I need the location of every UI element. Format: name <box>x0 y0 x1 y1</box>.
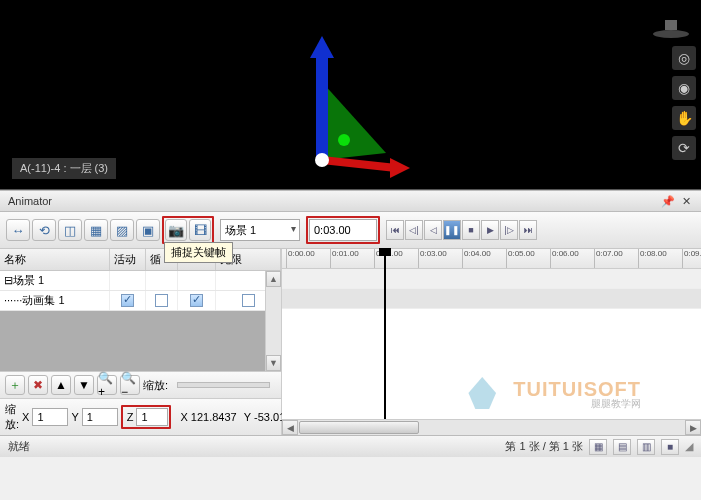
watermark-logo-icon <box>459 369 505 409</box>
viewport-label[interactable]: A(-11)-4 : 一层 (3) <box>12 158 116 179</box>
checkbox-infinite[interactable] <box>242 294 255 307</box>
pause-button[interactable]: ❚❚ <box>443 220 461 240</box>
info-y-label: Y <box>244 411 251 423</box>
pan-icon[interactable]: ✋ <box>672 106 696 130</box>
y-label: Y <box>71 411 78 423</box>
scale-y-input[interactable]: 1 <box>82 408 118 426</box>
tool-scale-button[interactable]: ◫ <box>58 219 82 241</box>
timeline-pane[interactable]: 0:00.00 0:01.00 0:02.00 0:03.00 0:04.00 … <box>282 249 701 435</box>
tree-row-animset[interactable]: ······动画集 1 <box>0 291 281 311</box>
svg-marker-0 <box>322 82 386 160</box>
tool-translate-button[interactable]: ↔ <box>6 219 30 241</box>
playback-controls: ⏮ ◁| ◁ ❚❚ ■ ▶ |▷ ⏭ <box>386 220 537 240</box>
status-text: 就绪 <box>8 439 30 454</box>
tree-scrollbar[interactable]: ▲ ▼ <box>265 271 281 371</box>
scroll-down-icon[interactable]: ▼ <box>266 355 281 371</box>
play-button[interactable]: ▶ <box>481 220 499 240</box>
scale-x-input[interactable]: 1 <box>32 408 68 426</box>
hscroll-left-icon[interactable]: ◀ <box>282 420 298 435</box>
move-down-button[interactable]: ▼ <box>74 375 94 395</box>
timeline-hscrollbar[interactable]: ◀ ▶ <box>282 419 701 435</box>
col-active[interactable]: 活动 <box>110 249 146 270</box>
zoom-out-button[interactable]: 🔍− <box>120 375 140 395</box>
svg-point-6 <box>315 153 329 167</box>
reverse-play-button[interactable]: ◁ <box>424 220 442 240</box>
status-ico-d[interactable]: ■ <box>661 439 679 455</box>
close-icon[interactable]: ✕ <box>679 194 693 208</box>
zoom-in-button[interactable]: 🔍+ <box>97 375 117 395</box>
tree-row-scene[interactable]: ⊟场景 1 <box>0 271 281 291</box>
tree-body[interactable]: ⊟场景 1 ······动画集 1 ▲ ▼ <box>0 271 281 371</box>
svg-rect-1 <box>316 52 328 160</box>
scale-footer: 缩放: X 1 Y 1 Z 1 X 121.8437 Y -53.0155 Z … <box>0 398 281 435</box>
resize-grip-icon[interactable]: ◢ <box>685 440 693 453</box>
tool-snapshot-button[interactable]: ▣ <box>136 219 160 241</box>
z-label: Z <box>124 411 137 423</box>
track-row[interactable] <box>282 269 701 289</box>
hscroll-thumb[interactable] <box>299 421 419 434</box>
orbit-icon[interactable]: ⟳ <box>672 136 696 160</box>
status-ico-c[interactable]: ▥ <box>637 439 655 455</box>
animator-toolbar: ↔ ⟲ ◫ ▦ ▨ ▣ 📷 🎞 捕捉关键帧 场景 1 0:03.00 ⏮ ◁| … <box>0 212 701 249</box>
tool-color-button[interactable]: ▦ <box>84 219 108 241</box>
status-ico-a[interactable]: ▦ <box>589 439 607 455</box>
tooltip: 捕捉关键帧 <box>164 242 233 263</box>
scene-select[interactable]: 场景 1 <box>220 219 300 241</box>
track-row[interactable] <box>282 289 701 309</box>
scale-label: 缩放: <box>5 402 19 432</box>
panel-title-text: Animator <box>8 195 52 207</box>
rewind-button[interactable]: ⏮ <box>386 220 404 240</box>
step-fwd-button[interactable]: |▷ <box>500 220 518 240</box>
time-input[interactable]: 0:03.00 <box>309 219 377 241</box>
capture-settings-button[interactable]: 🎞 <box>189 219 211 241</box>
timeline-ruler[interactable]: 0:00.00 0:01.00 0:02.00 0:03.00 0:04.00 … <box>282 249 701 269</box>
svg-marker-4 <box>390 158 410 178</box>
status-frame: 第 1 张 / 第 1 张 <box>505 439 583 454</box>
pin-icon[interactable]: 📌 <box>661 194 675 208</box>
animator-panel: Animator 📌 ✕ ↔ ⟲ ◫ ▦ ▨ ▣ 📷 🎞 捕捉关键帧 场景 1 … <box>0 190 701 435</box>
capture-keyframe-group: 📷 🎞 捕捉关键帧 <box>162 216 214 244</box>
checkbox-pp[interactable] <box>190 294 203 307</box>
hscroll-right-icon[interactable]: ▶ <box>685 420 701 435</box>
scale-z-input[interactable]: 1 <box>136 408 168 426</box>
tool-transparency-button[interactable]: ▨ <box>110 219 134 241</box>
svg-point-5 <box>338 134 350 146</box>
playhead-handle-icon[interactable] <box>379 248 391 256</box>
capture-keyframe-button[interactable]: 📷 <box>165 219 187 241</box>
delete-button[interactable]: ✖ <box>28 375 48 395</box>
timeline-tracks[interactable]: TUITUISOFT 腿腿教学网 <box>282 269 701 419</box>
checkbox-loop[interactable] <box>155 294 168 307</box>
forward-end-button[interactable]: ⏭ <box>519 220 537 240</box>
info-x: 121.8437 <box>191 411 237 423</box>
svg-line-3 <box>322 160 396 168</box>
tree-footer-tools: ＋ ✖ ▲ ▼ 🔍+ 🔍− 缩放: <box>0 371 281 398</box>
move-up-button[interactable]: ▲ <box>51 375 71 395</box>
status-bar: 就绪 第 1 张 / 第 1 张 ▦ ▤ ▥ ■ ◢ <box>0 435 701 457</box>
add-button[interactable]: ＋ <box>5 375 25 395</box>
stop-button[interactable]: ■ <box>462 220 480 240</box>
step-back-button[interactable]: ◁| <box>405 220 423 240</box>
watermark: TUITUISOFT 腿腿教学网 <box>459 369 641 409</box>
playhead[interactable] <box>384 249 386 435</box>
zoom-label: 缩放: <box>143 378 168 393</box>
x-label: X <box>22 411 29 423</box>
tool-rotate-button[interactable]: ⟲ <box>32 219 56 241</box>
svg-marker-2 <box>310 36 334 58</box>
compass-icon[interactable]: ◎ <box>672 46 696 70</box>
info-x-label: X <box>180 411 187 423</box>
panel-titlebar[interactable]: Animator 📌 ✕ <box>0 190 701 212</box>
viewport-3d[interactable]: ◎ ◉ ✋ ⟳ A(-11)-4 : 一层 (3) <box>0 0 701 190</box>
steering-wheel-icon[interactable]: ◉ <box>672 76 696 100</box>
status-ico-b[interactable]: ▤ <box>613 439 631 455</box>
checkbox-active[interactable] <box>121 294 134 307</box>
col-name[interactable]: 名称 <box>0 249 110 270</box>
scroll-up-icon[interactable]: ▲ <box>266 271 281 287</box>
transform-gizmo[interactable] <box>260 30 410 180</box>
zoom-slider[interactable] <box>177 382 270 388</box>
animation-tree-pane: 名称 活动 循 P.P. 无限 ⊟场景 1 ······动画集 1 <box>0 249 282 435</box>
tree-header: 名称 活动 循 P.P. 无限 <box>0 249 281 271</box>
